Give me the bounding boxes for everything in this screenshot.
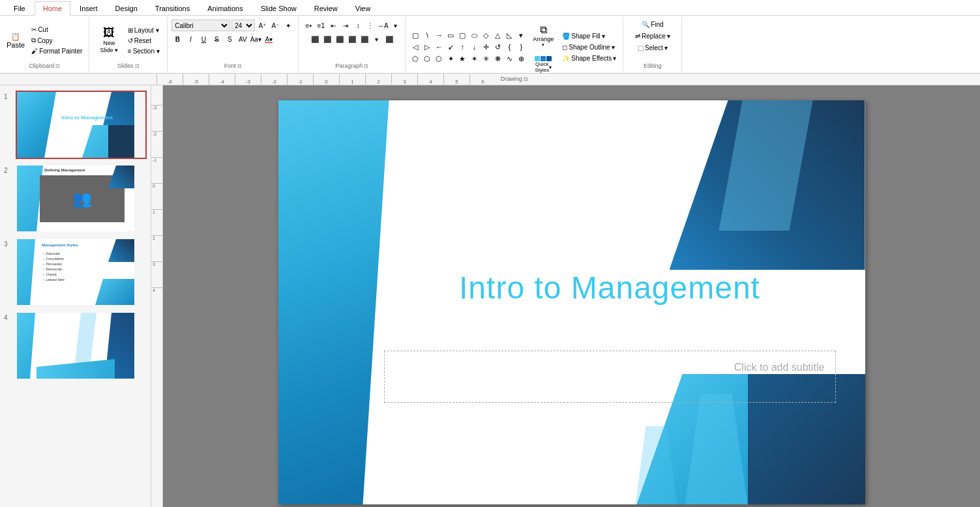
text-direction-button[interactable]: ↔A [377,20,389,31]
line-spacing-button[interactable]: ↕ [352,20,364,31]
shape-select[interactable]: ▢ [409,29,421,41]
select-dropdown[interactable]: ▾ [664,44,668,51]
bullet-list-button[interactable]: ≡• [303,20,314,31]
paragraph-expand-icon[interactable]: ⊡ [364,63,368,69]
shape-quad-arrow[interactable]: ✛ [480,41,492,53]
clipboard-expand-icon[interactable]: ⊡ [55,63,60,69]
shape-octagon[interactable]: ⬡ [433,53,445,65]
slide-title[interactable]: Intro to Management [384,270,836,306]
strikethrough-button[interactable]: S [211,33,222,45]
section-button[interactable]: ≡ Section ▾ [125,46,162,56]
shape-dlarrow[interactable]: ↙ [445,41,456,53]
tab-view[interactable]: View [347,1,379,15]
shape-starburst[interactable]: ❋ [492,53,503,65]
tab-slideshow[interactable]: Slide Show [252,1,305,15]
slide-subtitle-box[interactable]: Click to add subtitle [384,351,836,403]
shape-uarrow[interactable]: ↑ [456,41,468,53]
shapes-more[interactable]: ▾ [515,29,527,41]
shape-rounded-rect[interactable]: ▢ [456,29,468,41]
shape-misc[interactable]: ⊕ [515,53,527,65]
shape-pentagon[interactable]: ⬠ [409,53,421,65]
clipboard-label[interactable]: Clipboard ⊡ [29,61,60,69]
format-painter-button[interactable]: 🖌 Format Painter [29,46,85,56]
tab-file[interactable]: File [5,1,34,15]
align-right-button[interactable]: ⬛ [334,33,346,45]
tab-review[interactable]: Review [306,1,346,15]
shape-triangle[interactable]: △ [492,29,503,41]
slide-thumbnail-1[interactable]: Intro to Management [16,91,147,159]
slides-label[interactable]: Slides ⊡ [117,61,140,69]
clear-format-button[interactable]: ✦ [282,20,294,31]
text-direction-dropdown[interactable]: ▾ [389,20,401,31]
shape-star6[interactable]: ✶ [468,53,480,65]
shape-brace[interactable]: } [515,41,527,53]
shape-outline-dropdown[interactable]: ▾ [612,44,615,51]
shape-star4[interactable]: ✦ [445,53,456,65]
drawing-label[interactable]: Drawing ⊡ [501,74,528,82]
numbered-list-button[interactable]: ≡1 [315,20,327,31]
shape-diamond[interactable]: ◇ [480,29,492,41]
underline-button[interactable]: U [198,33,209,45]
font-color-button[interactable]: A▾ [263,33,275,45]
shape-star5[interactable]: ★ [456,53,468,65]
find-button[interactable]: 🔍 Find [639,20,666,29]
align-center-button[interactable]: ⬛ [321,33,333,45]
slide-thumbnail-3[interactable]: Management Styles → Autocratic→ Consulta… [16,238,147,306]
font-expand-icon[interactable]: ⊡ [237,63,242,69]
font-size-select[interactable]: 241214182836 [231,20,255,31]
shape-fill-dropdown[interactable]: ▾ [602,33,605,40]
italic-button[interactable]: I [185,33,196,45]
slide-thumbnail-4[interactable] [16,311,147,380]
shape-rtarrow[interactable]: ▷ [421,41,433,53]
shape-larrow[interactable]: ← [433,41,445,53]
cut-button[interactable]: ✂ Cut [29,25,85,35]
font-family-select[interactable]: Calibri Arial Times New Roman [171,20,230,31]
change-case-button[interactable]: Aa▾ [250,33,261,45]
font-label[interactable]: Font ⊡ [224,61,242,69]
replace-dropdown[interactable]: ▾ [667,33,670,40]
align-text-dropdown[interactable]: ▾ [371,33,383,45]
select-button[interactable]: ⬚ Select ▾ [635,43,670,53]
slide-subtitle-placeholder[interactable]: Click to add subtitle [395,362,825,373]
char-spacing-button[interactable]: AV [237,33,248,45]
arrange-button[interactable]: ⧉ Arrange ▾ [529,20,557,52]
shape-bracket[interactable]: { [503,41,515,53]
increase-indent-button[interactable]: ⇥ [340,20,351,31]
reset-button[interactable]: ↺ Reset [125,36,162,46]
decrease-indent-button[interactable]: ⇤ [327,20,339,31]
slides-expand-icon[interactable]: ⊡ [135,63,140,69]
shape-outline-button[interactable]: ◻ Shape Outline ▾ [559,42,619,52]
drawing-expand-icon[interactable]: ⊡ [524,76,528,82]
shape-darrow[interactable]: ↓ [468,41,480,53]
shape-hexagon[interactable]: ⬡ [421,53,433,65]
columns-button[interactable]: ⋮ [364,20,376,31]
slide-canvas-container[interactable]: Intro to Management Click to add subtitl… [163,85,980,507]
new-slide-button[interactable]: 🖼 NewSlide ▾ [95,25,124,55]
copy-button[interactable]: ⧉ Copy [29,35,85,46]
text-shadow-button[interactable]: S [224,33,235,45]
tab-design[interactable]: Design [107,1,146,15]
quick-styles-button[interactable]: QuickStyles ▾ [529,55,557,74]
slide-main-canvas[interactable]: Intro to Management Click to add subtitl… [278,100,865,504]
align-text-button[interactable]: ⬛ [359,33,370,45]
shape-ltriangle[interactable]: ◁ [409,41,421,53]
shape-curved-arrow[interactable]: ↺ [492,41,503,53]
tab-insert[interactable]: Insert [71,1,106,15]
shape-rtriangle[interactable]: ◺ [503,29,515,41]
slide-thumbnail-2[interactable]: Defining Management 👥 [16,164,147,233]
shape-effects-dropdown[interactable]: ▾ [613,55,616,62]
replace-button[interactable]: ⇌ Replace ▾ [632,31,673,41]
align-left-button[interactable]: ⬛ [309,33,321,45]
tab-animations[interactable]: Animations [199,1,251,15]
paragraph-label[interactable]: Paragraph ⊡ [335,61,368,69]
bold-button[interactable]: B [171,33,183,45]
paste-button[interactable]: 📋 Paste [4,31,27,50]
shape-line[interactable]: \ [421,29,433,41]
shape-star8[interactable]: ✳ [480,53,492,65]
convert-smartart-button[interactable]: ⬛ [383,33,395,45]
tab-home[interactable]: Home [35,1,70,16]
shape-rect[interactable]: ▭ [445,29,456,41]
shape-fill-button[interactable]: 🪣 Shape Fill ▾ [559,31,619,41]
decrease-font-button[interactable]: A⁻ [269,20,281,31]
shape-wave[interactable]: ∿ [503,53,515,65]
